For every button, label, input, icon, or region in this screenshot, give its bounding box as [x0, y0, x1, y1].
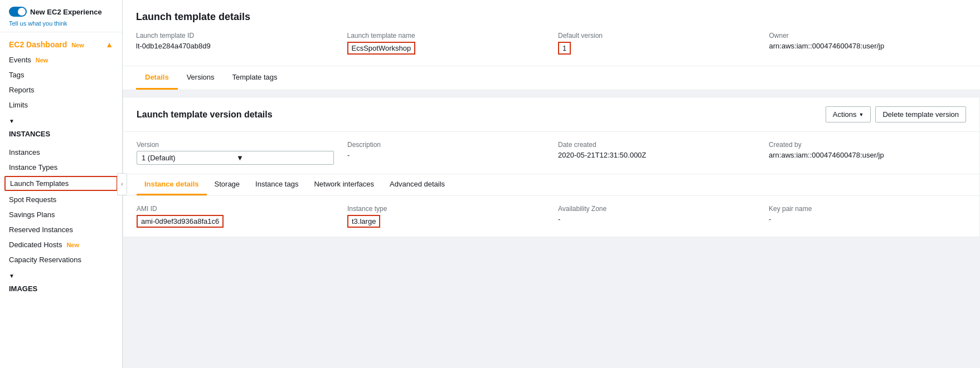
sidebar-item-spot-requests[interactable]: Spot Requests: [0, 192, 122, 207]
sidebar: New EC2 Experience Tell us what you thin…: [0, 0, 123, 368]
sidebar-header: New EC2 Experience Tell us what you thin…: [0, 0, 122, 32]
version-fields-grid: Version 1 (Default) ▼ Description - Date…: [123, 132, 979, 174]
actions-button[interactable]: Actions: [826, 106, 871, 122]
tell-us-link[interactable]: Tell us what you think: [9, 20, 67, 27]
bottom-fields-grid: AMI ID ami-0d9ef3d936a8fa1c6 Instance ty…: [123, 196, 979, 237]
chevron-up-icon: ▲: [105, 40, 113, 49]
az-label: Availability Zone: [558, 205, 755, 213]
az-value: -: [558, 215, 755, 223]
owner-label: Owner: [769, 32, 967, 40]
inner-tab-instance-tags[interactable]: Instance tags: [248, 174, 306, 195]
date-created-label: Date created: [558, 141, 755, 149]
az-field: Availability Zone -: [558, 205, 755, 228]
inner-tabs-bar: Instance details Storage Instance tags N…: [123, 174, 979, 196]
description-field: Description -: [347, 141, 545, 165]
template-name-field: Launch template name EcsSpotWorkshop: [347, 32, 545, 55]
chevron-left-icon: ‹: [121, 181, 123, 187]
section-title: Launch template details: [136, 11, 967, 23]
sidebar-item-reports[interactable]: Reports: [0, 82, 122, 97]
instances-section-title: INSTANCES: [0, 126, 122, 141]
inner-tab-advanced-details[interactable]: Advanced details: [382, 174, 453, 195]
inner-tab-storage[interactable]: Storage: [207, 174, 248, 195]
tab-versions[interactable]: Versions: [178, 66, 224, 90]
triangle-images: ▼: [9, 273, 14, 279]
toggle-label: New EC2 Experience: [30, 8, 102, 16]
inner-tab-instance-details[interactable]: Instance details: [137, 174, 207, 195]
template-name-label: Launch template name: [347, 32, 545, 40]
tab-template-tags[interactable]: Template tags: [224, 66, 287, 90]
main-content: Launch template details Launch template …: [123, 0, 980, 368]
version-field: Version 1 (Default) ▼: [137, 141, 334, 165]
details-grid: Launch template ID lt-0db1e284a470ab8d9 …: [136, 32, 967, 55]
launch-template-details-section: Launch template details Launch template …: [123, 0, 980, 66]
version-actions: Actions Delete template version: [826, 106, 966, 122]
owner-field: Owner arn:aws:iam::000474600478:user/jp: [769, 32, 967, 55]
sidebar-item-capacity-reservations[interactable]: Capacity Reservations: [0, 252, 122, 267]
default-version-label: Default version: [558, 32, 756, 40]
default-version-value: 1: [558, 42, 571, 55]
default-version-field: Default version 1: [558, 32, 756, 55]
sidebar-nav: EC2 Dashboard New ▲ Events New Tags Repo…: [0, 32, 122, 304]
template-id-value: lt-0db1e284a470ab8d9: [136, 42, 334, 50]
sidebar-item-events[interactable]: Events New: [0, 52, 122, 67]
images-section-title: IMAGES: [0, 281, 122, 296]
sidebar-item-instances[interactable]: Instances: [0, 145, 122, 160]
created-by-label: Created by: [769, 141, 966, 149]
date-created-value: 2020-05-21T12:31:50.000Z: [558, 151, 755, 159]
main-tabs-bar: Details Versions Template tags: [123, 66, 980, 90]
key-pair-value: -: [769, 215, 966, 223]
instance-type-field: Instance type t3.large: [347, 205, 545, 228]
sidebar-item-limits[interactable]: Limits: [0, 97, 122, 112]
created-by-field: Created by arn:aws:iam::000474600478:use…: [769, 141, 966, 165]
sidebar-item-reserved-instances[interactable]: Reserved Instances: [0, 222, 122, 237]
tab-details[interactable]: Details: [136, 66, 178, 90]
description-label: Description: [347, 141, 545, 149]
ec2-dashboard-label: EC2 Dashboard New: [9, 40, 84, 49]
sidebar-item-dedicated-hosts[interactable]: Dedicated Hosts New: [0, 237, 122, 252]
sidebar-item-ec2-dashboard[interactable]: EC2 Dashboard New ▲: [0, 37, 122, 52]
key-pair-label: Key pair name: [769, 205, 966, 213]
ami-id-field: AMI ID ami-0d9ef3d936a8fa1c6: [137, 205, 334, 228]
ami-id-value: ami-0d9ef3d936a8fa1c6: [137, 215, 224, 228]
sidebar-item-tags[interactable]: Tags: [0, 67, 122, 82]
version-header: Launch template version details Actions …: [123, 97, 979, 132]
new-ec2-toggle[interactable]: New EC2 Experience: [9, 7, 113, 17]
inner-tab-network-interfaces[interactable]: Network interfaces: [306, 174, 382, 195]
chevron-down-icon: ▼: [236, 154, 329, 162]
description-value: -: [347, 151, 545, 159]
sidebar-item-savings-plans[interactable]: Savings Plans: [0, 207, 122, 222]
sidebar-item-launch-templates[interactable]: Launch Templates: [4, 176, 118, 191]
template-id-label: Launch template ID: [136, 32, 334, 40]
sidebar-collapse-button[interactable]: ‹: [117, 173, 127, 195]
template-name-value: EcsSpotWorkshop: [347, 42, 416, 55]
triangle-instances: ▼: [9, 118, 14, 124]
toggle-switch[interactable]: [9, 7, 27, 17]
version-details-section: Launch template version details Actions …: [123, 97, 980, 237]
key-pair-field: Key pair name -: [769, 205, 966, 228]
delete-template-button[interactable]: Delete template version: [875, 106, 966, 122]
version-label: Version: [137, 141, 334, 149]
date-created-field: Date created 2020-05-21T12:31:50.000Z: [558, 141, 755, 165]
owner-value: arn:aws:iam::000474600478:user/jp: [769, 42, 967, 50]
instance-type-label: Instance type: [347, 205, 545, 213]
ami-id-label: AMI ID: [137, 205, 334, 213]
sidebar-item-instance-types[interactable]: Instance Types: [0, 160, 122, 175]
version-section-title: Launch template version details: [137, 110, 273, 120]
version-select[interactable]: 1 (Default) ▼: [137, 151, 334, 165]
instance-type-value: t3.large: [347, 215, 380, 228]
created-by-value: arn:aws:iam::000474600478:user/jp: [769, 151, 966, 159]
version-select-value: 1 (Default): [142, 154, 234, 162]
template-id-field: Launch template ID lt-0db1e284a470ab8d9: [136, 32, 334, 55]
